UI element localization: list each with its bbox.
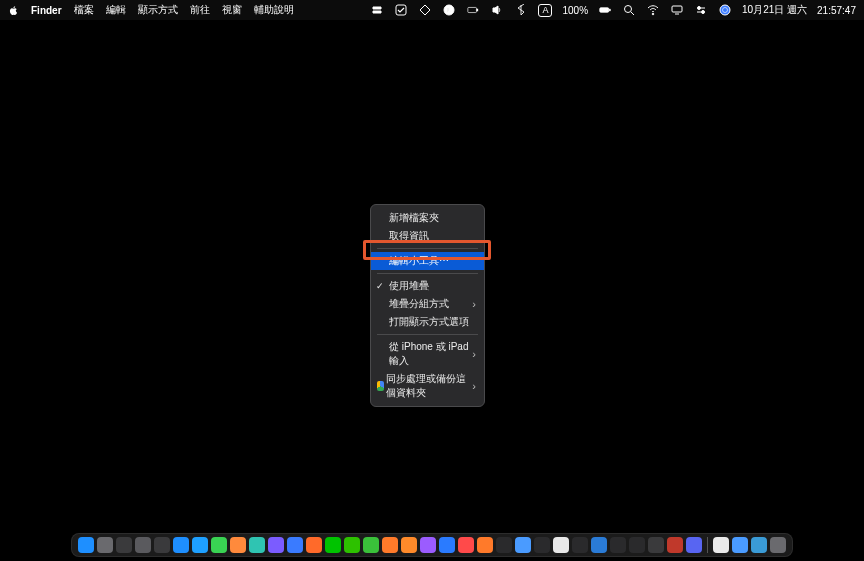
dock-app-app-red[interactable]	[458, 537, 474, 553]
dock-app-app-orange3[interactable]	[382, 537, 398, 553]
ctx-separator	[377, 334, 478, 335]
siri-icon[interactable]	[718, 3, 732, 17]
desktop-context-menu: 新增檔案夾 取得資訊 編輯小工具⋯ 使用堆疊 堆疊分組方式 打開顯示方式選項 從…	[370, 204, 485, 407]
dock-app-app-purple[interactable]	[268, 537, 284, 553]
battery-percent[interactable]: 100%	[562, 5, 588, 16]
dock-separator	[707, 537, 708, 553]
dock-app-wechat[interactable]	[344, 537, 360, 553]
dock-app-launchpad[interactable]	[97, 537, 113, 553]
dock-app-app-dark[interactable]	[496, 537, 512, 553]
volume-icon[interactable]	[490, 3, 504, 17]
menubar-left: Finder 檔案 編輯 顯示方式 前往 視窗 輔助說明	[8, 3, 294, 17]
dock-app-discord[interactable]	[686, 537, 702, 553]
dock-app-app-dark4[interactable]	[629, 537, 645, 553]
ctx-import-device[interactable]: 從 iPhone 或 iPad 輸入	[371, 338, 484, 370]
dock-app-podcast[interactable]	[420, 537, 436, 553]
menubar-right: L A 100% 10月21日 週六 21:57:47	[370, 3, 856, 17]
svg-point-8	[652, 13, 654, 15]
dock-app-app-blue4[interactable]	[515, 537, 531, 553]
battery-low-icon[interactable]	[466, 3, 480, 17]
dock-app-app-orange2[interactable]	[306, 537, 322, 553]
dock-notes[interactable]	[713, 537, 729, 553]
dock-app-appstore[interactable]	[173, 537, 189, 553]
search-icon[interactable]	[622, 3, 636, 17]
svg-rect-9	[672, 6, 682, 12]
input-mode[interactable]: A	[538, 4, 552, 17]
date[interactable]: 10月21日 週六	[742, 3, 807, 17]
wifi-icon[interactable]	[646, 3, 660, 17]
dock-app-app-dark3[interactable]	[572, 537, 588, 553]
dock-app-app-orange5[interactable]	[477, 537, 493, 553]
dock	[71, 533, 793, 557]
dock-app-safari[interactable]	[192, 537, 208, 553]
ctx-sync-folder[interactable]: 同步處理或備份這個資料夾	[371, 370, 484, 402]
dock-app-app-blue2[interactable]	[287, 537, 303, 553]
svg-rect-3	[468, 7, 477, 12]
dock-app-app-dark2[interactable]	[534, 537, 550, 553]
dock-app-app-green[interactable]	[211, 537, 227, 553]
apple-logo-icon[interactable]	[8, 5, 19, 16]
time[interactable]: 21:57:47	[817, 5, 856, 16]
app-name[interactable]: Finder	[31, 5, 62, 16]
dock-app-app-orange4[interactable]	[401, 537, 417, 553]
dock-app-activity[interactable]	[116, 537, 132, 553]
dock-app-vscode[interactable]	[591, 537, 607, 553]
svg-point-11	[702, 11, 705, 14]
dock-folder[interactable]	[751, 537, 767, 553]
dock-trash[interactable]	[770, 537, 786, 553]
battery-icon[interactable]	[598, 3, 612, 17]
menu-go[interactable]: 前往	[190, 3, 210, 17]
status-icon-3[interactable]	[418, 3, 432, 17]
dock-app-finder[interactable]	[78, 537, 94, 553]
svg-rect-5	[600, 8, 609, 13]
menubar: Finder 檔案 編輯 顯示方式 前往 視窗 輔助說明 L A 100% 10…	[0, 0, 864, 20]
dock-app-settings[interactable]	[135, 537, 151, 553]
svg-rect-4	[477, 9, 478, 11]
status-icon-1[interactable]	[370, 3, 384, 17]
dock-app-app-teal[interactable]	[249, 537, 265, 553]
ctx-group-stacks[interactable]: 堆疊分組方式	[371, 295, 484, 313]
dock-app-terminal[interactable]	[610, 537, 626, 553]
svg-rect-6	[609, 9, 610, 11]
dock-app-app-orange[interactable]	[230, 537, 246, 553]
menu-window[interactable]: 視窗	[222, 3, 242, 17]
ctx-use-stacks[interactable]: 使用堆疊	[371, 277, 484, 295]
svg-point-10	[698, 7, 701, 10]
menu-view[interactable]: 顯示方式	[138, 3, 178, 17]
ctx-get-info[interactable]: 取得資訊	[371, 227, 484, 245]
control-center-icon[interactable]	[694, 3, 708, 17]
bluetooth-icon[interactable]	[514, 3, 528, 17]
dock-app-quicktime[interactable]	[154, 537, 170, 553]
dock-app-filezilla[interactable]	[667, 537, 683, 553]
menu-help[interactable]: 輔助說明	[254, 3, 294, 17]
ctx-separator	[377, 273, 478, 274]
dock-app-line[interactable]	[325, 537, 341, 553]
ctx-edit-widgets[interactable]: 編輯小工具⋯	[371, 252, 484, 270]
google-drive-icon	[377, 381, 384, 391]
dock-app-misc[interactable]	[732, 537, 748, 553]
ctx-new-folder[interactable]: 新增檔案夾	[371, 209, 484, 227]
ctx-show-view-options[interactable]: 打開顯示方式選項	[371, 313, 484, 331]
ctx-sync-label: 同步處理或備份這個資料夾	[386, 372, 474, 400]
status-icon-2[interactable]	[394, 3, 408, 17]
ctx-separator	[377, 248, 478, 249]
menu-file[interactable]: 檔案	[74, 3, 94, 17]
display-icon[interactable]	[670, 3, 684, 17]
svg-point-12	[720, 5, 730, 15]
dock-app-app-white[interactable]	[553, 537, 569, 553]
dock-app-app-green3[interactable]	[363, 537, 379, 553]
svg-rect-0	[396, 5, 406, 15]
dock-app-app-blue3[interactable]	[439, 537, 455, 553]
dock-app-app-dark5[interactable]	[648, 537, 664, 553]
menu-edit[interactable]: 編輯	[106, 3, 126, 17]
svg-point-7	[625, 6, 632, 13]
line-status-icon[interactable]: L	[442, 3, 456, 17]
